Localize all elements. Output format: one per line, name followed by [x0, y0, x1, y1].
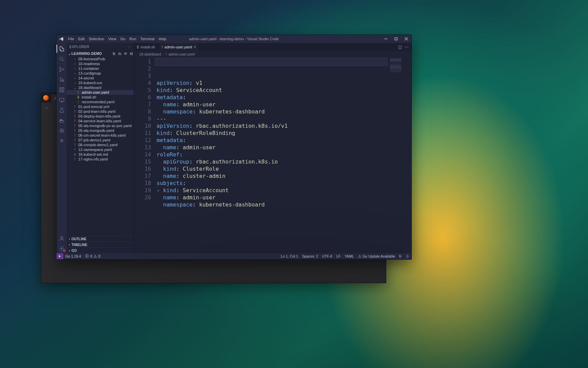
status-go-update[interactable]: ⚠ Go Update Available — [356, 254, 397, 258]
tree-file[interactable]: !07-job-demo1.yaml — [67, 138, 134, 142]
menu-run[interactable]: Run — [128, 36, 138, 42]
code-line[interactable]: name: admin-user — [157, 144, 388, 151]
code-editor[interactable]: 1 2 3 4 5 6 7 8 9 10 11 12 13 14 15 16 1… — [134, 57, 411, 253]
breadcrumb-item[interactable]: admin-user.yaml — [168, 52, 195, 56]
ai-icon[interactable] — [56, 126, 67, 135]
more-icon[interactable]: ⋯ — [405, 45, 409, 49]
status-cursor-position[interactable]: Ln 1, Col 1 — [279, 254, 300, 258]
menu-file[interactable]: File — [66, 36, 76, 42]
tree-file[interactable]: !12-namespace.yaml — [67, 147, 134, 152]
tree-file[interactable]: !06-cm-secret-learn-k8s.yaml — [67, 133, 134, 138]
yaml-file-icon: ! — [76, 100, 80, 104]
menu-go[interactable]: Go — [119, 36, 127, 42]
code-line[interactable]: namespace: kubernetes-dashboard — [157, 108, 388, 115]
tree-folder[interactable]: ›13-configmap — [67, 71, 134, 76]
tree-file[interactable]: !01-pod-tomcat.yml — [67, 104, 134, 109]
menu-view[interactable]: View — [107, 36, 118, 42]
tree-file[interactable]: !03-deploy-learn-k8s.yaml — [67, 114, 134, 119]
search-icon[interactable] — [56, 54, 67, 64]
tree-file[interactable]: $install.sh — [67, 95, 134, 99]
status-notifications-icon[interactable] — [404, 255, 411, 258]
tree-folder[interactable]: ›11-container — [67, 66, 134, 71]
tree-folder[interactable]: ›15-kubectl-run — [67, 80, 134, 85]
tab-close-icon[interactable]: × — [194, 45, 196, 49]
status-language-mode[interactable]: YAML — [343, 254, 356, 258]
browser-back-button[interactable]: ← — [43, 104, 51, 112]
code-line[interactable]: namespace: kubernetes-dashboard — [157, 201, 388, 208]
split-editor-icon[interactable]: ◫ — [398, 45, 402, 49]
tree-folder[interactable]: ›10-readiness — [67, 61, 134, 66]
code-line[interactable]: name: admin-user — [157, 194, 388, 201]
new-folder-icon[interactable]: 🗀 — [117, 52, 122, 56]
tree-file[interactable]: !05-sts-mongodb.yaml — [67, 128, 134, 133]
code-line[interactable]: metadata: — [157, 137, 388, 144]
status-encoding[interactable]: UTF-8 — [320, 254, 334, 258]
status-feedback-icon[interactable]: ⎘ — [397, 254, 404, 258]
code-line[interactable]: apiGroup: rbac.authorization.k8s.io — [157, 158, 388, 165]
code-line[interactable]: name: admin-user — [157, 101, 388, 108]
code-line[interactable]: name: cluster-admin — [157, 172, 388, 180]
breadcrumbs[interactable]: 18-dashboard›! admin-user.yaml — [134, 51, 411, 57]
settings-gear-icon[interactable] — [56, 244, 67, 253]
tree-file[interactable]: !04-service-learn-k8s.yaml — [67, 119, 134, 123]
sidebar-section-timeline[interactable]: ›TIMELINE — [67, 242, 134, 247]
files-icon[interactable] — [56, 44, 67, 53]
code-line[interactable]: - kind: ServiceAccount — [157, 187, 388, 194]
remote-explorer-icon[interactable] — [56, 95, 67, 105]
workspace-header[interactable]: ⌄ LEARNING-DEMO ⎘🗀⟳⊟ — [67, 50, 134, 57]
tree-file[interactable]: !recommended.yaml — [67, 99, 134, 104]
editor-tab[interactable]: $install.sh — [134, 43, 159, 51]
new-file-icon[interactable]: ⎘ — [112, 52, 116, 56]
code-line[interactable]: apiVersion: v1 — [157, 79, 388, 87]
sidebar-section-outline[interactable]: ›OUTLINE — [67, 236, 134, 242]
source-control-icon[interactable] — [56, 64, 67, 74]
explorer-more-icon[interactable]: ⋯ — [128, 45, 131, 49]
menu-selection[interactable]: Selection — [87, 36, 106, 42]
tree-file[interactable]: #16-kubectl-set.md — [67, 152, 134, 157]
breadcrumb-item[interactable]: 18-dashboard — [139, 52, 161, 56]
launch-indicator[interactable] — [56, 253, 63, 259]
status-indentation[interactable]: Spaces: 2 — [300, 254, 320, 258]
code-line[interactable]: kind: ServiceAccount — [157, 87, 388, 94]
docker-icon[interactable] — [56, 116, 67, 125]
run-debug-icon[interactable] — [56, 75, 67, 84]
code-line[interactable]: subjects: — [157, 180, 388, 187]
collapse-icon[interactable]: ⊟ — [129, 52, 134, 56]
editor-scrollbar[interactable] — [407, 57, 411, 253]
title-bar[interactable]: FileEditSelectionViewGoRunTerminalHelp a… — [56, 35, 411, 43]
code-line[interactable]: metadata: — [157, 94, 388, 101]
status-eol[interactable]: LF — [334, 254, 342, 258]
tree-folder[interactable]: ⌄18-dashboard — [67, 85, 134, 90]
window-minimize-button[interactable] — [381, 35, 391, 43]
tree-folder[interactable]: ›09-livenessProb — [67, 57, 134, 61]
tree-file[interactable]: !02-pod-learn-k8s.yaml — [67, 109, 134, 114]
window-maximize-button[interactable] — [391, 35, 401, 43]
tree-folder[interactable]: ›14-secret — [67, 76, 134, 80]
editor-tab[interactable]: !admin-user.yaml× — [159, 43, 200, 51]
ai2-icon[interactable] — [56, 136, 67, 145]
code-line[interactable]: kind: ClusterRole — [157, 165, 388, 172]
svg-point-8 — [62, 68, 64, 70]
refresh-icon[interactable]: ⟳ — [123, 52, 128, 56]
status-diagnostics[interactable]: ⓧ0 ⚠0 — [83, 254, 102, 259]
code-content[interactable]: apiVersion: v1kind: ServiceAccountmetada… — [154, 57, 388, 253]
minimap[interactable] — [388, 57, 403, 253]
code-line[interactable]: kind: ClusterRoleBinding — [157, 129, 388, 137]
accounts-icon[interactable] — [56, 233, 67, 243]
menu-help[interactable]: Help — [157, 36, 168, 42]
testing-icon[interactable] — [56, 105, 67, 115]
status-go-version[interactable]: Go 1.19.4 — [63, 254, 83, 258]
window-close-button[interactable] — [401, 35, 411, 43]
tree-file[interactable]: !17-nginx-nfs.yaml — [67, 157, 134, 162]
sidebar-section-go[interactable]: ›GO — [67, 247, 134, 253]
tree-file[interactable]: !08-cronjob-demo1.yaml — [67, 142, 134, 147]
menu-terminal[interactable]: Terminal — [139, 36, 157, 42]
code-line[interactable]: apiVersion: rbac.authorization.k8s.io/v1 — [157, 122, 388, 129]
menu-edit[interactable]: Edit — [77, 36, 86, 42]
extensions-icon[interactable] — [56, 85, 67, 94]
tree-file[interactable]: !admin-user.yaml — [67, 90, 134, 95]
tree-file[interactable]: !05-sts-mongodb-pv-sc-pvc.yaml — [67, 123, 134, 128]
tree-item-label: 16-kubectl-set.md — [78, 152, 108, 156]
code-line[interactable]: roleRef: — [157, 151, 388, 158]
code-line[interactable]: --- — [157, 115, 388, 122]
